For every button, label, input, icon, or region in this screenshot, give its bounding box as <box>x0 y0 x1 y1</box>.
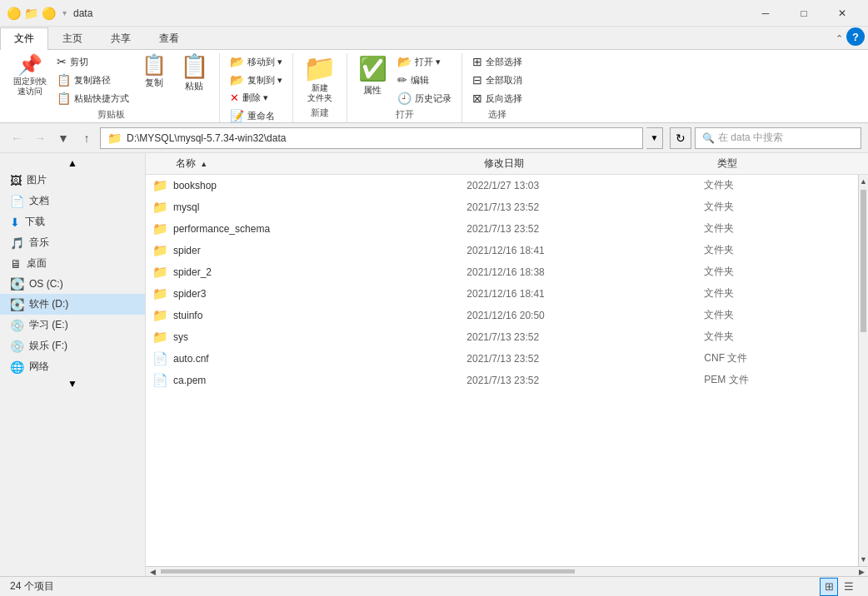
search-bar[interactable]: 🔍 在 data 中搜索 <box>695 127 861 149</box>
up-button[interactable]: ↑ <box>77 128 97 148</box>
scroll-down-arrow[interactable]: ▼ <box>859 553 869 566</box>
delete-label: 删除 ▾ <box>242 92 268 104</box>
sidebar-scroll-down[interactable]: ▼ <box>0 377 145 390</box>
new-folder-icon: 📁 <box>303 55 337 82</box>
scroll-thumb[interactable] <box>859 188 868 334</box>
back-button[interactable]: ← <box>7 128 27 148</box>
recent-locations-button[interactable]: ▼ <box>53 128 73 148</box>
file-label-stuinfo: stuinfo <box>173 310 202 321</box>
help-button[interactable]: ? <box>846 27 865 46</box>
view-list-button[interactable]: ☰ <box>840 578 858 596</box>
horizontal-scrollbar[interactable]: ◀ ▶ <box>146 566 868 576</box>
minimize-button[interactable]: ─ <box>746 0 785 27</box>
scroll-h-thumb[interactable] <box>159 568 576 575</box>
maximize-button[interactable]: □ <box>785 0 823 27</box>
select-none-button[interactable]: ⊟ 全部取消 <box>469 72 526 88</box>
file-row-stuinfo[interactable]: 📁 stuinfo 2021/12/16 20:50 文件夹 <box>146 305 858 326</box>
rename-icon: 📝 <box>230 109 244 122</box>
file-row-sys[interactable]: 📁 sys 2021/7/13 23:52 文件夹 <box>146 326 858 348</box>
select-all-button[interactable]: ⊞ 全部选择 <box>469 53 526 70</box>
clipboard-label: 剪贴板 <box>10 107 212 124</box>
file-row-mysql[interactable]: 📁 mysql 2021/7/13 23:52 文件夹 <box>146 196 858 218</box>
tab-share[interactable]: 共享 <box>97 27 145 50</box>
file-list-header: 名称 ▲ 修改日期 类型 <box>146 153 868 175</box>
tab-home[interactable]: 主页 <box>48 27 97 50</box>
file-row-auto-cnf[interactable]: 📄 auto.cnf 2021/7/13 23:52 CNF 文件 <box>146 348 858 370</box>
music-icon: 🎵 <box>10 236 24 250</box>
close-button[interactable]: ✕ <box>823 0 861 27</box>
file-date-spider2: 2021/12/16 18:38 <box>460 266 697 278</box>
properties-button[interactable]: ✅ 属性 <box>354 53 391 98</box>
forward-button[interactable]: → <box>30 128 50 148</box>
tab-view[interactable]: 查看 <box>145 27 193 50</box>
invert-select-button[interactable]: ⊠ 反向选择 <box>469 90 526 107</box>
file-row-bookshop[interactable]: 📁 bookshop 2022/1/27 13:03 文件夹 <box>146 175 858 196</box>
file-row-spider2[interactable]: 📁 spider_2 2021/12/16 18:38 文件夹 <box>146 261 858 283</box>
file-row-performance-schema[interactable]: 📁 performance_schema 2021/7/13 23:52 文件夹 <box>146 218 858 240</box>
sidebar-item-pictures[interactable]: 🖼 图片 <box>0 170 145 191</box>
delete-button[interactable]: ✕ 删除 ▾ <box>227 90 286 106</box>
paste-shortcut-button[interactable]: 📋 粘贴快捷方式 <box>53 90 132 107</box>
move-to-button[interactable]: 📂 移动到 ▾ <box>227 53 286 70</box>
col-name-sort: ▲ <box>200 160 207 168</box>
sidebar-item-study-e[interactable]: 💿 学习 (E:) <box>0 315 145 335</box>
col-header-name[interactable]: 名称 ▲ <box>146 156 477 171</box>
paste-button[interactable]: 📋 粘贴 <box>176 53 212 94</box>
title-dropdown-icon[interactable]: ▾ <box>62 8 67 17</box>
new-folder-button[interactable]: 📁 新建文件夹 <box>300 53 340 105</box>
sidebar-item-os-c[interactable]: 💽 OS (C:) <box>0 274 145 294</box>
open-content: ✅ 属性 📂 打开 ▾ ✏ 编辑 🕘 历史记录 <box>354 53 455 107</box>
refresh-button[interactable]: ↻ <box>670 127 691 149</box>
sidebar-item-network[interactable]: 🌐 网络 <box>0 356 145 377</box>
file-date-sys: 2021/7/13 23:52 <box>460 331 697 343</box>
tab-file[interactable]: 文件 <box>0 27 48 50</box>
new-folder-label: 新建文件夹 <box>307 83 332 103</box>
search-icon: 🔍 <box>702 132 715 144</box>
file-name-stuinfo: 📁 stuinfo <box>146 308 460 323</box>
invert-select-label: 反向选择 <box>486 92 522 105</box>
file-date-ca-pem: 2021/7/13 23:52 <box>460 375 697 386</box>
sidebar-item-downloads[interactable]: ⬇ 下载 <box>0 211 145 232</box>
edit-button[interactable]: ✏ 编辑 <box>394 72 455 88</box>
sidebar-item-entertainment-f[interactable]: 💿 娱乐 (F:) <box>0 335 145 356</box>
sidebar-item-documents[interactable]: 📄 文档 <box>0 191 145 211</box>
open-button[interactable]: 📂 打开 ▾ <box>394 53 455 70</box>
select-none-icon: ⊟ <box>472 73 482 87</box>
cut-button[interactable]: ✂ 剪切 <box>53 53 132 70</box>
sidebar-item-software-d[interactable]: 💽 软件 (D:) <box>0 294 145 315</box>
ribbon-group-select: ⊞ 全部选择 ⊟ 全部取消 ⊠ 反向选择 选择 <box>462 53 532 122</box>
col-header-type[interactable]: 类型 <box>711 156 868 171</box>
vertical-scrollbar[interactable]: ▲ ▼ <box>858 175 868 566</box>
file-row-ca-pem[interactable]: 📄 ca.pem 2021/7/13 23:52 PEM 文件 <box>146 370 858 391</box>
scroll-up-arrow[interactable]: ▲ <box>859 175 869 188</box>
sidebar-label-documents: 文档 <box>29 194 49 208</box>
copy-to-button[interactable]: 📂 复制到 ▾ <box>227 72 286 88</box>
ribbon-toggle[interactable]: ⌃ <box>836 33 843 44</box>
address-path: D:\MYSQL\mysql-5.7.34-win32\data <box>127 132 286 144</box>
file-date-bookshop: 2022/1/27 13:03 <box>460 180 697 191</box>
scroll-left-arrow[interactable]: ◀ <box>146 567 159 577</box>
pin-button[interactable]: 📌 固定到快速访问 <box>10 53 50 98</box>
view-grid-button[interactable]: ⊞ <box>820 578 838 596</box>
col-date-label: 修改日期 <box>484 157 524 169</box>
rename-button[interactable]: 📝 重命名 <box>227 107 286 124</box>
file-row-spider3[interactable]: 📁 spider3 2021/12/16 18:41 文件夹 <box>146 283 858 305</box>
ribbon-group-organize: 📂 移动到 ▾ 📂 复制到 ▾ ✕ 删除 ▾ 📝 重命名 组织 <box>220 53 293 122</box>
software-d-icon: 💽 <box>10 298 24 311</box>
copy-path-button[interactable]: 📋 复制路径 <box>53 72 132 88</box>
file-label-spider2: spider_2 <box>173 266 212 278</box>
scroll-right-arrow[interactable]: ▶ <box>855 567 868 577</box>
col-header-date[interactable]: 修改日期 <box>477 156 711 171</box>
address-dropdown-button[interactable]: ▼ <box>646 127 663 149</box>
sidebar-scroll-up[interactable]: ▲ <box>0 156 145 170</box>
file-type-mysql: 文件夹 <box>697 200 858 214</box>
sidebar-item-music[interactable]: 🎵 音乐 <box>0 232 145 253</box>
history-button[interactable]: 🕘 历史记录 <box>394 90 455 107</box>
copy-button[interactable]: 📋 复制 <box>136 53 172 91</box>
address-bar[interactable]: 📁 D:\MYSQL\mysql-5.7.34-win32\data <box>100 127 643 149</box>
file-row-spider[interactable]: 📁 spider 2021/12/16 18:41 文件夹 <box>146 240 858 261</box>
sidebar-item-desktop[interactable]: 🖥 桌面 <box>0 253 145 274</box>
folder-icon-mysql: 📁 <box>152 200 168 215</box>
file-list-scroll[interactable]: 📁 bookshop 2022/1/27 13:03 文件夹 📁 mysql 2… <box>146 175 858 566</box>
file-label-spider3: spider3 <box>173 288 206 300</box>
